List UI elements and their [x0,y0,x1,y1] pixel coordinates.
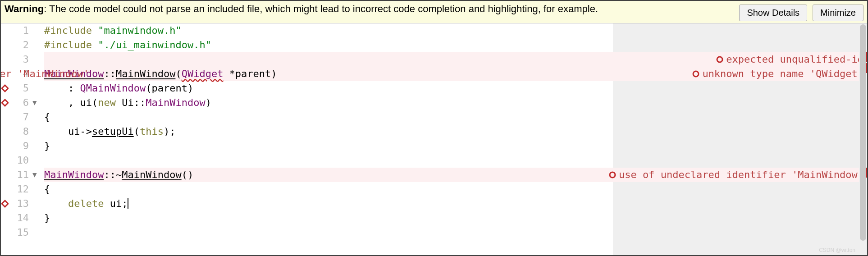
svg-point-5 [693,71,699,77]
fold-gutter: ▼ ▼ [32,23,44,255]
line-number: 12 [9,182,32,197]
text-caret [128,198,128,209]
line-number: 11 [9,168,32,182]
code-line[interactable]: #include "mainwindow.h" [44,23,613,38]
fold-caret-icon[interactable]: ▼ [32,168,44,182]
warning-text: Warning: The code model could not parse … [5,3,739,15]
line-number: 14 [9,211,32,225]
editor-window: Warning: The code model could not parse … [0,0,868,256]
line-number: 13 [9,197,32,211]
line-number: 9 [9,139,32,153]
code-line[interactable]: ui->setupUi(this); [44,124,613,139]
warning-message: : The code model could not parse an incl… [44,3,598,14]
annotation-column: expected unqualified-id unknown type nam… [613,23,867,255]
warning-label: Warning [5,3,44,14]
code-line[interactable] [44,52,613,67]
line-number: 3 [9,52,32,67]
watermark: CSDN @witton [819,247,855,253]
line-number: 5 [9,81,32,96]
svg-point-4 [717,57,722,62]
code-line[interactable]: MainWindow::~MainWindow() [44,168,613,182]
warning-buttons: Show Details Minimize [739,3,863,21]
error-marker-gutter [1,23,9,255]
vertical-scrollbar[interactable] [859,23,867,255]
code-line[interactable]: , ui(new Ui::MainWindow) [44,96,613,110]
code-line[interactable]: delete ui; [44,197,613,211]
error-marker-icon [1,52,9,67]
line-number: 6 [9,96,32,110]
code-line[interactable]: { [44,110,613,124]
svg-point-6 [610,172,615,178]
code-editor[interactable]: 1 2 3 4 5 6 7 8 9 10 11 12 13 14 15 ▼ ▼ … [1,23,867,255]
code-line[interactable]: } [44,139,613,153]
line-number: 7 [9,110,32,124]
error-annotation: use of undeclared identifier 'MainWindow… [613,168,867,182]
code-area[interactable]: #include "mainwindow.h" #include "./ui_m… [44,23,613,255]
error-ring-icon [692,70,699,78]
code-line[interactable]: : QMainWindow(parent) [44,81,613,96]
line-number: 2 [9,38,32,52]
code-line[interactable]: { [44,182,613,197]
warning-bar: Warning: The code model could not parse … [1,1,867,23]
line-number: 8 [9,124,32,139]
minimize-button[interactable]: Minimize [813,5,863,21]
error-annotation: expected unqualified-id [613,52,867,67]
line-number: 1 [9,23,32,38]
error-marker-icon [1,168,9,182]
error-ring-icon [609,171,616,178]
line-number: 10 [9,153,32,168]
show-details-button[interactable]: Show Details [739,5,807,21]
error-annotation: unknown type name 'QWidget' [613,67,867,81]
code-line[interactable]: } [44,211,613,225]
line-number-gutter: 1 2 3 4 5 6 7 8 9 10 11 12 13 14 15 [9,23,32,255]
code-line[interactable] [44,225,613,240]
fold-caret-icon[interactable]: ▼ [32,96,44,110]
line-number: 15 [9,225,32,240]
code-line[interactable] [44,153,613,168]
inline-error: use of undeclared identifier 'MainWindow… [1,67,89,81]
error-ring-icon [716,56,723,63]
scrollbar-thumb[interactable] [860,24,866,241]
code-line[interactable]: #include "./ui_mainwindow.h" [44,38,613,52]
code-line[interactable]: MainWindow::MainWindow(QWidget *parent) … [44,67,613,81]
